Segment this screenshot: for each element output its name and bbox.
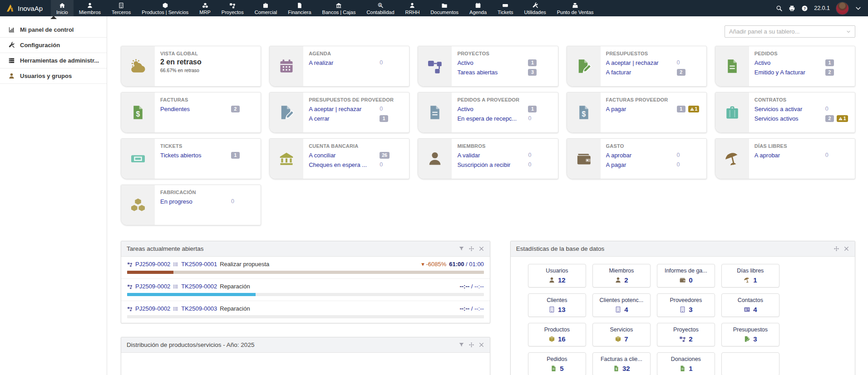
stat-box-label[interactable]: Proveedores (659, 297, 713, 303)
count-badge[interactable]: 2 (677, 69, 686, 76)
task-project-link[interactable]: PJ2509-0002 (135, 283, 170, 290)
stat-box-label[interactable]: Donaciones (659, 356, 713, 362)
widget-link[interactable]: Activo (755, 58, 823, 68)
nav-item-financiera[interactable]: Financiera (282, 0, 316, 16)
nav-item-agenda[interactable]: Agenda (464, 0, 492, 16)
funnel-icon[interactable] (459, 342, 464, 348)
task-ref-link[interactable]: TK2509-0001 (181, 261, 217, 268)
widget-link[interactable]: A conciliar (309, 151, 377, 160)
sidebar-collapse-arrow[interactable] (50, 16, 57, 19)
widget-link[interactable]: Pendientes (160, 104, 228, 114)
nav-item-productos-servicios[interactable]: Productos | Servicios (136, 0, 194, 16)
widget-link[interactable]: En espera de recepc... (457, 114, 525, 123)
nav-item-bancos-cajas[interactable]: Bancos | Cajas (317, 0, 361, 16)
widget-link[interactable]: Emitido y A facturar (755, 68, 823, 77)
stat-box-label[interactable]: Servicios (595, 326, 648, 333)
printer-icon[interactable] (789, 5, 795, 12)
widget-link[interactable]: A cerrar (309, 114, 377, 123)
widget-link[interactable]: A aprobar (755, 151, 823, 160)
stat-box-facturas-a-clie[interactable]: Facturas a clie... 32 (592, 352, 651, 375)
count-badge[interactable]: 3 (528, 69, 537, 76)
warning-badge[interactable]: 1 (688, 106, 700, 112)
stat-box-contactos[interactable]: Contactos 4 (721, 293, 779, 317)
app-logo[interactable]: InovaAp (0, 0, 51, 16)
stat-box-label[interactable]: Productos (530, 326, 584, 333)
stat-box-label[interactable]: Proyectos (659, 326, 713, 333)
widget-link[interactable]: A aceptar | rechazar (309, 104, 377, 114)
nav-item-terceros[interactable]: Terceros (106, 0, 136, 16)
nav-item-contabilidad[interactable]: Contabilidad (361, 0, 399, 16)
nav-item-inicio[interactable]: Inicio (51, 0, 74, 16)
move-icon[interactable] (469, 246, 474, 252)
task-project-link[interactable]: PJ2509-0002 (135, 305, 170, 312)
stat-box-cutoff[interactable] (721, 352, 779, 375)
stat-box-label[interactable]: Clientes potenc... (595, 297, 648, 303)
task-ref-link[interactable]: TK2509-0003 (181, 305, 217, 312)
nav-item-documentos[interactable]: Documentos (425, 0, 464, 16)
stat-box-label[interactable]: Presupuestos (724, 326, 777, 333)
nav-item-miembros[interactable]: Miembros (74, 0, 106, 16)
stat-box-label[interactable]: Facturas a clie... (595, 356, 648, 362)
stat-box-label[interactable]: Miembros (595, 268, 648, 274)
move-icon[interactable] (833, 246, 839, 252)
nav-item-utilidades[interactable]: Utilidades (518, 0, 551, 16)
widget-link[interactable]: A facturar (606, 68, 674, 77)
close-icon[interactable] (478, 342, 484, 348)
sidebar-item-configuraci-n[interactable]: Configuración (0, 38, 107, 53)
widget-link[interactable]: En progreso (160, 197, 228, 206)
help-icon[interactable] (801, 5, 808, 12)
sidebar-item-mi-panel-de-control[interactable]: Mi panel de control (0, 22, 107, 38)
stat-box-informes-de-ga[interactable]: Informes de ga... 0 (657, 264, 715, 287)
move-icon[interactable] (469, 342, 474, 348)
stat-box-d-as-libres[interactable]: Días libres 1 (721, 264, 779, 287)
widget-link[interactable]: Activo (457, 104, 525, 114)
stat-box-clientes-potenc[interactable]: Clientes potenc... 4 (592, 293, 651, 317)
stat-box-label[interactable]: Contactos (724, 297, 777, 303)
stat-box-productos[interactable]: Productos 16 (528, 323, 586, 346)
widget-link[interactable]: Servicios a activar (755, 104, 823, 114)
count-badge[interactable]: 26 (380, 152, 390, 159)
widget-link[interactable]: Cheques en espera ... (309, 160, 377, 170)
widget-link[interactable]: A pagar (606, 104, 674, 114)
user-avatar[interactable] (836, 2, 849, 15)
stat-box-proveedores[interactable]: Proveedores 3 (657, 293, 715, 317)
stat-box-usuarios[interactable]: Usuarios 12 (528, 264, 586, 287)
count-badge[interactable]: 1 (231, 152, 240, 159)
nav-item-proyectos[interactable]: Proyectos (216, 0, 249, 16)
add-panel-select[interactable]: Añadir panel a su tablero... (725, 25, 855, 38)
count-badge[interactable]: 1 (528, 59, 537, 66)
stat-box-label[interactable]: Usuarios (530, 268, 584, 274)
widget-link[interactable]: A aprobar (606, 151, 674, 160)
count-badge[interactable]: 2 (825, 69, 834, 76)
search-icon[interactable] (776, 5, 783, 12)
count-badge[interactable]: 1 (380, 115, 388, 122)
sidebar-item-herramientas-de-administr[interactable]: Herramientas de administr... (0, 53, 107, 68)
close-icon[interactable] (843, 246, 849, 252)
close-icon[interactable] (478, 246, 484, 252)
widget-link[interactable]: Activo (457, 58, 525, 68)
nav-item-tickets[interactable]: Tickets (492, 0, 518, 16)
widget-link[interactable]: Servicios activos (755, 114, 823, 123)
widget-link[interactable]: Tickets abiertos (160, 151, 228, 160)
widget-link[interactable]: A aceptar | rechazar (606, 58, 674, 68)
stat-box-servicios[interactable]: Servicios 7 (592, 323, 651, 346)
nav-item-mrp[interactable]: MRP (194, 0, 216, 16)
widget-link[interactable]: A pagar (606, 160, 674, 170)
stat-box-label[interactable]: Días libres (724, 268, 777, 274)
count-badge[interactable]: 2 (231, 106, 240, 112)
count-badge[interactable]: 1 (825, 59, 834, 66)
nav-item-comercial[interactable]: Comercial (249, 0, 283, 16)
task-project-link[interactable]: PJ2509-0002 (135, 261, 170, 268)
sidebar-item-usuarios-y-grupos[interactable]: Usuarios y grupos (0, 68, 107, 84)
task-ref-link[interactable]: TK2509-0002 (181, 283, 217, 290)
stat-box-pedidos[interactable]: Pedidos 5 (528, 352, 586, 375)
widget-link[interactable]: A realizar (309, 58, 377, 68)
nav-item-rrhh[interactable]: RRHH (400, 0, 425, 16)
stat-box-proyectos[interactable]: Proyectos 2 (657, 323, 715, 346)
widget-link[interactable]: A validar (457, 151, 525, 160)
stat-box-miembros[interactable]: Miembros 2 (592, 264, 651, 287)
widget-link[interactable]: Suscripción a recibir (457, 160, 525, 170)
nav-item-punto-de-ventas[interactable]: Punto de Ventas (552, 0, 599, 16)
funnel-icon[interactable] (459, 246, 464, 252)
count-badge[interactable]: 2 (825, 115, 834, 122)
